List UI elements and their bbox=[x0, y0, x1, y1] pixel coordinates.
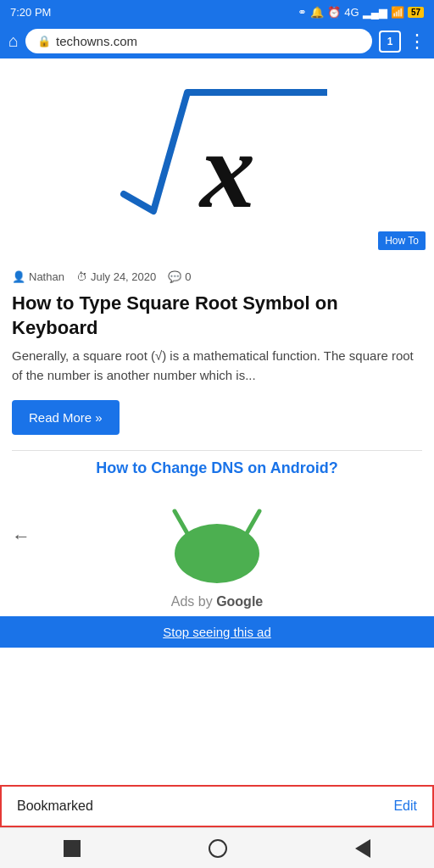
android-svg bbox=[132, 494, 302, 587]
lock-icon: 🔒 bbox=[37, 35, 51, 47]
author-name: Nathan bbox=[29, 270, 64, 283]
square-icon bbox=[64, 840, 81, 857]
bookmark-edit-button[interactable]: Edit bbox=[393, 798, 417, 814]
stop-button[interactable] bbox=[64, 840, 81, 857]
circle-icon bbox=[209, 839, 227, 858]
bookmark-bar: Bookmarked Edit bbox=[0, 785, 434, 827]
comments-meta: 💬 0 bbox=[168, 270, 191, 283]
sqrt-symbol-display: x bbox=[107, 75, 327, 245]
clock-icon: ⏰ bbox=[327, 6, 341, 19]
home-button[interactable]: ⌂ bbox=[8, 31, 19, 51]
stop-ad-bar[interactable]: Stop seeing this ad bbox=[0, 616, 434, 648]
article-excerpt: Generally, a square root (√) is a mathem… bbox=[0, 347, 434, 397]
address-bar[interactable]: 🔒 techowns.com bbox=[25, 29, 372, 53]
battery-display: 57 bbox=[408, 7, 424, 18]
ads-by-google: Ads by Google bbox=[0, 587, 434, 616]
how-to-badge[interactable]: How To bbox=[378, 231, 426, 250]
date-meta: ⏱ July 24, 2020 bbox=[76, 270, 156, 283]
article-meta: 👤 Nathan ⏱ July 24, 2020 💬 0 bbox=[0, 262, 434, 287]
read-more-button[interactable]: Read More » bbox=[12, 400, 120, 435]
publish-date: July 24, 2020 bbox=[91, 270, 156, 283]
network-icon: 4G bbox=[344, 6, 359, 19]
person-icon: 👤 bbox=[12, 270, 25, 283]
svg-point-4 bbox=[175, 524, 259, 583]
more-options-button[interactable]: ⋮ bbox=[408, 31, 426, 53]
time-display: 7:20 PM bbox=[10, 6, 51, 19]
home-nav-button[interactable] bbox=[209, 839, 227, 858]
clock-meta-icon: ⏱ bbox=[76, 270, 87, 283]
signal-icon: ▂▄▆ bbox=[363, 6, 387, 19]
stop-ad-link[interactable]: Stop seeing this ad bbox=[163, 625, 271, 639]
status-bar-icons: ⚭ 🔔 ⏰ 4G ▂▄▆ 📶 57 bbox=[298, 6, 424, 19]
article-title: How to Type Square Root Symbol on Keyboa… bbox=[0, 287, 434, 347]
status-bar-time: 7:20 PM bbox=[10, 6, 51, 19]
triangle-icon bbox=[355, 839, 370, 858]
article-header-image: x How To bbox=[0, 58, 434, 262]
sqrt-svg: x bbox=[107, 75, 327, 245]
ad-section: How to Change DNS on Android? bbox=[0, 451, 434, 486]
android-logo-area: ← bbox=[0, 486, 434, 587]
back-nav-button[interactable] bbox=[355, 839, 370, 858]
google-brand: Google bbox=[216, 594, 263, 609]
bluetooth-icon: ⚭ bbox=[298, 6, 307, 19]
alarm-icon: 🔔 bbox=[310, 6, 324, 19]
bottom-nav bbox=[0, 827, 434, 868]
bookmark-text: Bookmarked bbox=[17, 798, 93, 814]
browser-bar: ⌂ 🔒 techowns.com 1 ⋮ bbox=[0, 24, 434, 58]
url-text: techowns.com bbox=[56, 34, 137, 48]
tab-count-button[interactable]: 1 bbox=[379, 31, 401, 53]
comment-icon: 💬 bbox=[168, 270, 181, 283]
back-arrow-button[interactable]: ← bbox=[12, 526, 31, 548]
author-meta: 👤 Nathan bbox=[12, 270, 64, 283]
ad-link[interactable]: How to Change DNS on Android? bbox=[96, 459, 337, 476]
page-content: x How To 👤 Nathan ⏱ July 24, 2020 💬 0 Ho… bbox=[0, 58, 434, 648]
svg-text:x: x bbox=[198, 108, 255, 231]
wifi-icon: 📶 bbox=[391, 6, 404, 19]
status-bar: 7:20 PM ⚭ 🔔 ⏰ 4G ▂▄▆ 📶 57 bbox=[0, 0, 434, 24]
comment-count: 0 bbox=[185, 270, 191, 283]
